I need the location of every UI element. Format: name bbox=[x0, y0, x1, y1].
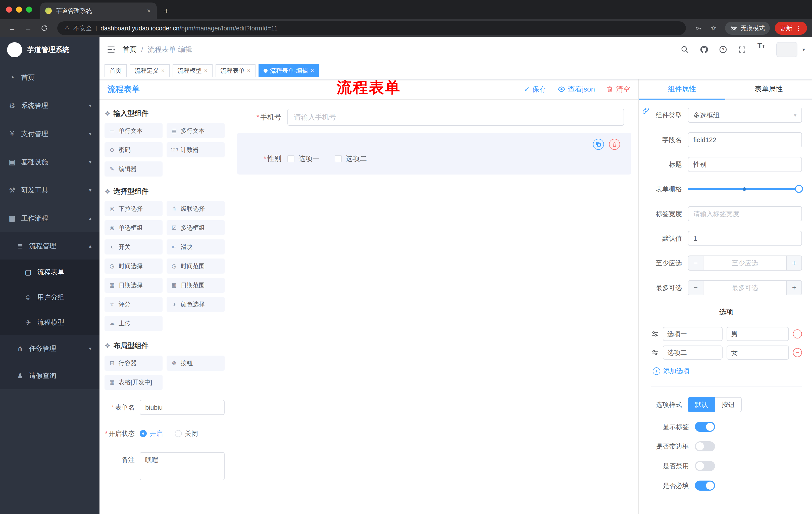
new-tab-button[interactable]: + bbox=[164, 6, 169, 15]
component-chip-time-range[interactable]: ◶时间范围 bbox=[167, 259, 225, 274]
sidebar-item-workflow[interactable]: ▤ 工作流程 ▴ bbox=[0, 204, 99, 232]
tag-process-model[interactable]: 流程模型 × bbox=[173, 64, 212, 77]
tab-close-icon[interactable]: × bbox=[146, 7, 152, 15]
page-url[interactable]: dashboard.yudao.iocoder.cn/bpm/manager/f… bbox=[100, 25, 278, 32]
component-chip-button[interactable]: ⊚按钮 bbox=[167, 356, 225, 371]
title-input[interactable] bbox=[688, 157, 802, 172]
component-chip-table[interactable]: ▦表格[开发中] bbox=[105, 375, 163, 390]
user-avatar[interactable] bbox=[776, 42, 798, 57]
gender-option2-checkbox[interactable]: 选项二 bbox=[335, 154, 367, 163]
tag-process-form[interactable]: 流程表单 × bbox=[215, 64, 256, 77]
breadcrumb-home[interactable]: 首页 bbox=[123, 45, 137, 54]
label-width-input[interactable] bbox=[688, 206, 802, 221]
option2-label-input[interactable] bbox=[663, 346, 723, 360]
sidebar-item-process-management[interactable]: ≣ 流程管理 ▴ bbox=[0, 232, 99, 260]
tab-component-props[interactable]: 组件属性 bbox=[639, 79, 725, 99]
window-zoom-button[interactable] bbox=[26, 6, 32, 12]
component-chip-cascader[interactable]: ⋔级联选择 bbox=[167, 201, 225, 216]
remove-option-button[interactable]: − bbox=[793, 329, 802, 339]
widget-phone[interactable]: *手机号 bbox=[237, 106, 631, 129]
search-button[interactable] bbox=[677, 42, 693, 58]
component-chip-time-picker[interactable]: ◷时间选择 bbox=[105, 259, 163, 274]
form-grid-slider[interactable] bbox=[688, 182, 802, 197]
required-switch[interactable] bbox=[695, 481, 715, 491]
tag-process-form-edit[interactable]: 流程表单-编辑 × bbox=[259, 64, 319, 77]
browser-menu-icon[interactable]: ⋮ bbox=[795, 24, 802, 32]
drag-handle-icon[interactable] bbox=[651, 330, 659, 338]
tag-close-icon[interactable]: × bbox=[204, 67, 207, 74]
phone-input[interactable] bbox=[287, 109, 624, 126]
slider-handle[interactable] bbox=[795, 185, 803, 193]
widget-gender-selected[interactable]: *性别 选项一 选项二 bbox=[237, 133, 631, 174]
github-button[interactable] bbox=[696, 42, 712, 58]
component-chip-checkbox-group[interactable]: ☑多选框组 bbox=[167, 220, 225, 235]
drag-handle-icon[interactable] bbox=[651, 349, 659, 357]
forward-button[interactable]: → bbox=[21, 21, 35, 35]
delete-widget-button[interactable] bbox=[609, 139, 620, 150]
sidebar-item-devtools[interactable]: ⚒ 研发工具 ▾ bbox=[0, 176, 99, 204]
security-label[interactable]: 不安全 bbox=[74, 24, 92, 32]
show-label-switch[interactable] bbox=[695, 422, 715, 432]
component-chip-multiline-text[interactable]: ▤多行文本 bbox=[167, 123, 225, 138]
max-select-value[interactable]: 最多可选 bbox=[703, 281, 786, 295]
component-chip-date-picker[interactable]: ▦日期选择 bbox=[105, 278, 163, 293]
sidebar-item-infrastructure[interactable]: ▣ 基础设施 ▾ bbox=[0, 148, 99, 176]
tag-close-icon[interactable]: × bbox=[311, 67, 314, 74]
plus-button[interactable]: + bbox=[786, 256, 802, 270]
tag-process-definition[interactable]: 流程定义 × bbox=[129, 64, 170, 77]
component-chip-radio-group[interactable]: ◉单选框组 bbox=[105, 220, 163, 235]
sidebar-item-leave-query[interactable]: ♟ 请假查询 bbox=[0, 362, 99, 389]
browser-update-button[interactable]: 更新 ⋮ bbox=[775, 22, 807, 35]
security-warning-icon[interactable]: ⚠ bbox=[64, 25, 70, 32]
component-chip-row-container[interactable]: ⊞行容器 bbox=[105, 356, 163, 371]
save-button[interactable]: ✓ 保存 bbox=[524, 84, 546, 94]
fullscreen-button[interactable] bbox=[734, 42, 750, 58]
component-chip-rate[interactable]: ☆评分 bbox=[105, 297, 163, 312]
link-icon[interactable] bbox=[642, 107, 650, 117]
avatar-caret-icon[interactable]: ▾ bbox=[803, 47, 805, 53]
component-chip-switch[interactable]: ◐开关 bbox=[105, 239, 163, 254]
style-default-button[interactable]: 默认 bbox=[688, 397, 715, 412]
component-chip-editor[interactable]: ✎编辑器 bbox=[105, 161, 163, 177]
address-bar[interactable]: ⚠ 不安全 | dashboard.yudao.iocoder.cn/bpm/m… bbox=[57, 21, 686, 35]
tag-close-icon[interactable]: × bbox=[247, 67, 251, 74]
add-option-button[interactable]: + 添加选项 bbox=[653, 367, 802, 375]
disabled-switch[interactable] bbox=[695, 461, 715, 471]
option1-label-input[interactable] bbox=[663, 327, 723, 341]
minus-button[interactable]: − bbox=[688, 281, 703, 295]
component-chip-date-range[interactable]: ▩日期范围 bbox=[167, 278, 225, 293]
field-name-input[interactable] bbox=[688, 132, 802, 147]
sidebar-item-payment[interactable]: ¥ 支付管理 ▾ bbox=[0, 120, 99, 148]
option2-value-input[interactable] bbox=[727, 346, 789, 360]
border-switch[interactable] bbox=[695, 441, 715, 451]
component-chip-upload[interactable]: ☁上传 bbox=[105, 316, 163, 331]
reload-button[interactable] bbox=[37, 21, 51, 35]
sidebar-item-system[interactable]: ⚙ 系统管理 ▾ bbox=[0, 91, 99, 120]
component-chip-password[interactable]: ⊙密码 bbox=[105, 142, 163, 157]
plus-button[interactable]: + bbox=[786, 281, 802, 295]
component-chip-single-text[interactable]: ▭单行文本 bbox=[105, 123, 163, 138]
gender-option1-checkbox[interactable]: 选项一 bbox=[287, 154, 320, 163]
form-remark-textarea[interactable]: 嘿嘿 bbox=[140, 452, 225, 480]
docs-help-button[interactable]: ? bbox=[715, 42, 731, 58]
min-select-value[interactable]: 至少应选 bbox=[703, 256, 786, 270]
status-open-radio[interactable]: 开启 bbox=[140, 429, 163, 438]
component-chip-color-picker[interactable]: ◑颜色选择 bbox=[167, 297, 225, 312]
back-button[interactable]: ← bbox=[5, 21, 19, 35]
component-chip-select[interactable]: ◎下拉选择 bbox=[105, 201, 163, 216]
sidebar-item-user-group[interactable]: ☺ 用户分组 bbox=[0, 285, 99, 310]
font-size-button[interactable]: TT bbox=[753, 42, 769, 58]
sidebar-item-process-form[interactable]: ▢ 流程表单 bbox=[0, 260, 99, 285]
window-close-button[interactable] bbox=[6, 6, 12, 12]
option1-value-input[interactable] bbox=[727, 327, 789, 341]
sidebar-item-home[interactable]: ◔ 首页 bbox=[0, 63, 99, 91]
style-button-button[interactable]: 按钮 bbox=[715, 397, 742, 412]
form-name-input[interactable] bbox=[140, 400, 225, 415]
default-value-input[interactable] bbox=[688, 231, 802, 246]
component-type-select[interactable]: 多选框组 ▾ bbox=[688, 108, 802, 123]
browser-tab[interactable]: 芋道管理系统 × bbox=[40, 2, 157, 19]
sidebar-logo[interactable]: 芋道管理系统 bbox=[0, 37, 99, 62]
bookmark-star-button[interactable]: ☆ bbox=[707, 22, 720, 35]
remove-option-button[interactable]: − bbox=[793, 348, 802, 357]
tag-close-icon[interactable]: × bbox=[161, 67, 165, 74]
